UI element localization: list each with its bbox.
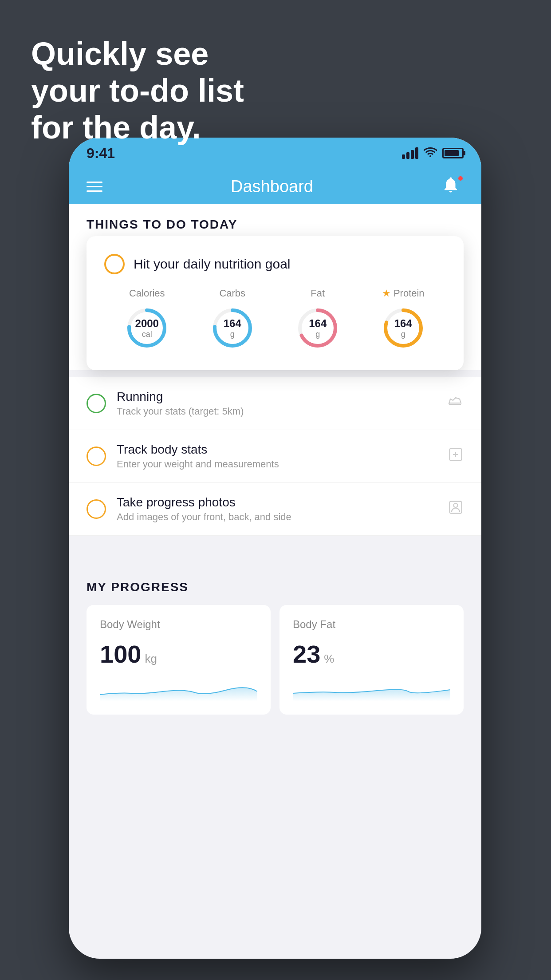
running-subtitle: Track your stats (target: 5km): [117, 406, 439, 417]
protein-item: ★ Protein 164 g: [379, 288, 428, 352]
nutrition-circles: Calories 2000 cal Carbs: [104, 288, 446, 352]
headline: Quickly see your to-do list for the day.: [31, 36, 244, 146]
fat-unit: g: [309, 330, 327, 339]
todo-item-body-stats[interactable]: Track body stats Enter your weight and m…: [69, 430, 481, 483]
nutrition-card: Hit your daily nutrition goal Calories 2…: [87, 236, 464, 370]
body-weight-label: Body Weight: [100, 618, 257, 631]
carbs-unit: g: [224, 330, 241, 339]
body-fat-label: Body Fat: [293, 618, 450, 631]
carbs-label: Carbs: [219, 288, 245, 299]
headline-line3: for the day.: [31, 110, 201, 145]
fat-ring: 164 g: [293, 304, 342, 352]
notification-dot: [457, 175, 464, 182]
running-title: Running: [117, 390, 439, 404]
progress-cards: Body Weight 100 kg: [87, 605, 464, 715]
status-time: 9:41: [87, 145, 115, 162]
headline-line1: Quickly see: [31, 36, 209, 71]
protein-value: 164: [394, 317, 412, 330]
things-title: THINGS TO DO TODAY: [87, 217, 464, 232]
carbs-ring: 164 g: [208, 304, 257, 352]
body-stats-checkbox[interactable]: [87, 447, 106, 466]
calories-item: Calories 2000 cal: [122, 288, 171, 352]
running-text: Running Track your stats (target: 5km): [117, 390, 439, 417]
person-icon: [448, 499, 464, 519]
body-weight-card: Body Weight 100 kg: [87, 605, 271, 715]
things-to-do-section: THINGS TO DO TODAY: [69, 204, 481, 236]
body-fat-value: 23: [293, 640, 320, 668]
body-weight-unit: kg: [145, 652, 157, 666]
body-stats-title: Track body stats: [117, 443, 439, 457]
body-weight-value: 100: [100, 640, 141, 668]
carbs-item: Carbs 164 g: [208, 288, 257, 352]
status-icons: [402, 146, 464, 160]
scale-icon: [448, 447, 464, 466]
fat-value: 164: [309, 317, 327, 330]
task-checkbox[interactable]: [104, 254, 125, 274]
photos-text: Take progress photos Add images of your …: [117, 495, 439, 523]
phone-frame: 9:41 Dashboard: [69, 138, 481, 959]
body-fat-chart: [293, 679, 450, 701]
star-icon: ★: [382, 288, 391, 299]
headline-line2: your to-do list: [31, 73, 244, 108]
todo-item-running[interactable]: Running Track your stats (target: 5km): [69, 377, 481, 430]
card-header: Hit your daily nutrition goal: [104, 254, 446, 274]
battery-icon: [442, 148, 464, 158]
body-stats-subtitle: Enter your weight and measurements: [117, 458, 439, 470]
calories-label: Calories: [129, 288, 165, 299]
body-fat-unit: %: [324, 652, 334, 666]
protein-unit: g: [394, 330, 412, 339]
todo-item-photos[interactable]: Take progress photos Add images of your …: [69, 483, 481, 536]
body-weight-value-row: 100 kg: [100, 640, 257, 668]
protein-label: ★ Protein: [382, 288, 425, 299]
photos-checkbox[interactable]: [87, 499, 106, 519]
body-stats-text: Track body stats Enter your weight and m…: [117, 443, 439, 470]
svg-point-12: [454, 503, 458, 507]
body-weight-chart: [100, 679, 257, 701]
card-title: Hit your daily nutrition goal: [134, 257, 291, 272]
photos-title: Take progress photos: [117, 495, 439, 510]
calories-value: 2000: [135, 317, 159, 330]
todo-list: Running Track your stats (target: 5km) T…: [69, 377, 481, 536]
protein-ring: 164 g: [379, 304, 428, 352]
photos-subtitle: Add images of your front, back, and side: [117, 511, 439, 523]
nav-title: Dashboard: [231, 177, 313, 196]
wifi-icon: [424, 146, 437, 160]
fat-label: Fat: [311, 288, 325, 299]
fat-item: Fat 164 g: [293, 288, 342, 352]
progress-title: MY PROGRESS: [87, 580, 464, 594]
shoe-icon: [448, 394, 464, 413]
calories-ring: 2000 cal: [122, 304, 171, 352]
running-checkbox[interactable]: [87, 394, 106, 413]
signal-icon: [402, 147, 418, 159]
carbs-value: 164: [224, 317, 241, 330]
notification-button[interactable]: [441, 175, 464, 198]
progress-section: MY PROGRESS Body Weight 100 kg: [69, 562, 481, 732]
body-fat-value-row: 23 %: [293, 640, 450, 668]
menu-button[interactable]: [87, 182, 102, 192]
body-fat-card: Body Fat 23 %: [279, 605, 464, 715]
calories-unit: cal: [135, 330, 159, 339]
nav-bar: Dashboard: [69, 169, 481, 204]
